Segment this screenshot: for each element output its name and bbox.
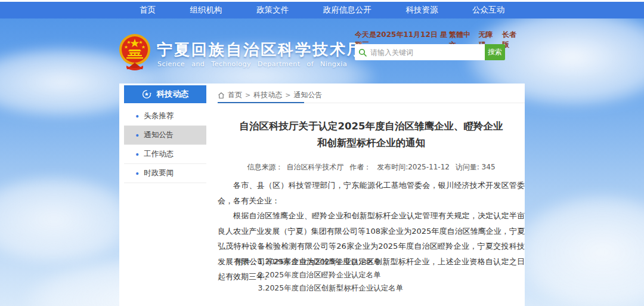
sidebar-item-label: 时政要闻 [144,168,174,178]
sidebar-menu: • 头条推荐 • 通知公告 • 工作动态 • 时政要闻 [124,107,206,183]
nav-item-gov-info-disclosure[interactable]: 政府信息公开 [323,5,371,16]
cloud [0,175,137,264]
article-title-line2: 和创新型标杆企业的通知 [218,135,525,152]
breadcrumb: 首页 > 科技动态 > 通知公告 [218,90,322,100]
breadcrumb-category[interactable]: 科技动态 [253,90,282,100]
attachments-label: 附件： [236,255,258,295]
sidebar-item-headlines[interactable]: • 头条推荐 [124,107,206,126]
sidebar-item-label: 工作动态 [144,149,174,159]
breadcrumb-separator: > [285,91,290,99]
main-container: 科技动态 • 头条推荐 • 通知公告 • 工作动态 • 时政要闻 [119,84,525,306]
nav-item-tech-resources[interactable]: 科技资源 [405,5,438,16]
attachments-block: 附件： 1.2025年度自治区雏鹰企业认定名单 2.2025年度自治区瞪羚企业认… [236,255,403,295]
breadcrumb-separator: > [245,91,250,99]
meta-source-label: 信息来源： [247,163,283,171]
nav-item-policy-documents[interactable]: 政策文件 [256,5,289,16]
attachment-link-benchmark-list[interactable]: 3.2025年度自治区创新型标杆企业认定名单 [258,282,404,295]
breadcrumb-divider-accent [218,102,304,103]
meta-source: 自治区科学技术厅 [286,163,343,171]
nav-item-organization[interactable]: 组织机构 [190,5,222,16]
article-meta: 信息来源：自治区科学技术厅 作者： 发布时间:2025-11-12 访问量: 3… [218,162,525,172]
search-button[interactable]: 搜索 [485,44,505,60]
cloud [513,193,644,306]
sidebar: 科技动态 • 头条推荐 • 通知公告 • 工作动态 • 时政要闻 [124,85,206,183]
breadcrumb-home[interactable]: 首页 [228,90,242,100]
top-navbar: 首页 组织机构 政策文件 政府信息公开 科技资源 公众互动 [0,2,644,18]
bullet-icon: • [135,150,140,159]
article-title-line1: 自治区科技厅关于认定2025年度自治区雏鹰企业、瞪羚企业 [218,118,525,135]
sidebar-item-political-news[interactable]: • 时政要闻 [124,164,206,183]
home-icon [218,92,225,99]
sidebar-item-label: 头条推荐 [144,111,174,121]
navbar-inner: 首页 组织机构 政策文件 政府信息公开 科技资源 公众互动 [119,2,525,18]
site-title: 宁夏回族自治区科学技术厅 [157,39,364,60]
attachment-link-eagle-list[interactable]: 1.2025年度自治区雏鹰企业认定名单 [258,255,404,268]
article-paragraph: 各市、县（区）科技管理部门，宁东能源化工基地管委会，银川经济技术开发区管委会，各… [218,178,525,208]
site-subtitle: Science and Technology Department of Nin… [157,60,347,68]
national-emblem-logo [119,33,151,70]
meta-author-label: 作者： [349,163,371,171]
sidebar-item-notices[interactable]: • 通知公告 [124,126,206,145]
search-input[interactable] [370,45,485,60]
circle-star-icon [142,89,151,99]
meta-publish-date: 发布时间:2025-11-12 [377,163,450,171]
article-title: 自治区科技厅关于认定2025年度自治区雏鹰企业、瞪羚企业 和创新型标杆企业的通知 [218,118,525,152]
nav-item-public-interaction[interactable]: 公众互动 [472,5,504,16]
search-box: 搜索 [355,44,505,60]
sidebar-item-label: 通知公告 [144,130,174,140]
sidebar-item-work-trends[interactable]: • 工作动态 [124,145,206,164]
attachment-list: 1.2025年度自治区雏鹰企业认定名单 2.2025年度自治区瞪羚企业认定名单 … [258,255,404,295]
bullet-icon: • [135,169,140,178]
nav-item-home[interactable]: 首页 [140,5,156,16]
sidebar-title: 科技动态 [157,89,189,100]
bullet-icon: • [135,131,140,140]
attachment-link-gazelle-list[interactable]: 2.2025年度自治区瞪羚企业认定名单 [258,268,404,282]
search-icon [355,44,370,60]
sidebar-header: 科技动态 [124,85,206,103]
breadcrumb-current[interactable]: 通知公告 [293,90,322,100]
meta-visits: 访问量: 345 [456,163,496,171]
bullet-icon: • [135,112,140,120]
